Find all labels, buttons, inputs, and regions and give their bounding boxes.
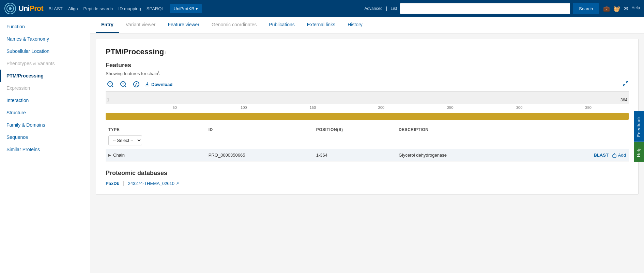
expand-icon (623, 81, 629, 87)
logo-icon (4, 2, 16, 15)
viz-toolbar: A Download (106, 80, 629, 88)
proteomics-title: Proteomic databases (106, 170, 629, 177)
download-button[interactable]: Download (144, 82, 172, 87)
ruler-marker: 300 (516, 105, 522, 110)
ruler-labels: 50100150200250300350 (106, 105, 629, 112)
svg-line-9 (125, 86, 126, 87)
type-filter-select[interactable]: -- Select -- (108, 135, 142, 145)
sidebar-item-names-taxonomy[interactable]: Names & Taxonomy (0, 33, 90, 45)
sidebar-item-phenotypes-variants: Phenotypes & Variants (0, 57, 90, 70)
row-positions-cell: 1-364 (313, 149, 396, 161)
download-icon (144, 82, 150, 87)
ruler-marker: 250 (447, 105, 453, 110)
briefcase-icon[interactable]: 💼 (603, 5, 610, 12)
zoom-in-icon (120, 81, 127, 88)
section-title: PTM/Processing i (106, 47, 629, 56)
row-type-cell: ▶ Chain (106, 149, 206, 161)
main-content: Entry Variant viewer Feature viewer Geno… (90, 17, 644, 273)
table-header-row: TYPE ID POSITION(S) DESCRIPTION (106, 125, 629, 134)
expand-button[interactable] (623, 81, 629, 88)
sidebar-item-function[interactable]: Function (0, 20, 90, 33)
logo-text: UniProt (18, 4, 43, 13)
svg-text:A: A (135, 83, 138, 86)
zoom-out-button[interactable] (106, 80, 115, 88)
reset-zoom-icon: A (133, 81, 140, 88)
tab-history[interactable]: History (342, 17, 368, 33)
mail-icon[interactable]: ✉ (624, 5, 628, 12)
row-add-button[interactable]: Add (612, 153, 626, 158)
features-heading: Features (106, 62, 629, 69)
row-toggle[interactable]: ▶ Chain (108, 153, 203, 158)
list-link[interactable]: List (390, 6, 397, 11)
tab-external-links[interactable]: External links (302, 17, 341, 33)
ruler-marker: 350 (585, 105, 592, 110)
filter-row: -- Select -- (106, 134, 629, 149)
col-id: ID (206, 125, 313, 134)
tab-genomic-coordinates[interactable]: Genomic coordinates (206, 17, 262, 33)
top-navigation: UniProt BLAST Align Peptide search ID ma… (0, 0, 644, 17)
features-subtitle: Showing features for chaini. (106, 70, 629, 76)
sidebar-item-subcellular-location[interactable]: Subcellular Location (0, 45, 90, 57)
ruler-area: 1 364 (106, 91, 629, 104)
sidebar-item-interaction[interactable]: Interaction (0, 94, 90, 106)
sidebar-item-ptm-processing[interactable]: PTM/Processing (0, 70, 90, 82)
sparql-link[interactable]: SPARQL (147, 6, 164, 11)
nav-links: BLAST Align Peptide search ID mapping SP… (48, 6, 164, 11)
tab-variant-viewer[interactable]: Variant viewer (120, 17, 161, 33)
row-actions-cell: BLAST Add (533, 149, 629, 161)
content-panel: PTM/Processing i Features Showing featur… (96, 39, 639, 195)
sidebar-item-structure[interactable]: Structure (0, 106, 90, 119)
svg-rect-14 (613, 155, 616, 157)
col-type: TYPE (106, 125, 206, 134)
page-layout: Function Names & Taxonomy Subcellular Lo… (0, 17, 644, 273)
ruler-marker: 50 (172, 105, 177, 110)
ruler-marker: 150 (310, 105, 316, 110)
sequence-bar (106, 113, 629, 120)
ruler-marker: 200 (378, 105, 384, 110)
nav-icons: 💼 🧺 ✉ Help (603, 5, 640, 12)
ruler-marker: 100 (241, 105, 247, 110)
advanced-link[interactable]: Advanced (364, 6, 382, 11)
paxdb-label: PaxDb (106, 181, 124, 186)
sidebar-item-family-domains[interactable]: Family & Domains (0, 119, 90, 131)
basket-add-icon (612, 153, 617, 158)
help-link[interactable]: Help (631, 5, 640, 12)
proteomics-row: PaxDb 243274-THEMA_02610 ↗ (106, 181, 629, 186)
blast-link[interactable]: BLAST (48, 6, 62, 11)
tab-publications[interactable]: Publications (263, 17, 300, 33)
peptide-search-link[interactable]: Peptide search (83, 6, 113, 11)
logo[interactable]: UniProt (4, 2, 43, 15)
db-selector[interactable]: UniProtKB ▾ (170, 4, 202, 13)
search-button[interactable]: Search (573, 3, 599, 14)
row-blast-link[interactable]: BLAST (594, 153, 609, 158)
zoom-out-icon (107, 81, 114, 88)
row-description-cell: Glycerol dehydrogenase (396, 149, 533, 161)
chevron-down-icon: ▾ (196, 6, 198, 11)
row-id-cell: PRO_0000350665 (206, 149, 313, 161)
sidebar-item-expression: Expression (0, 82, 90, 94)
col-description: DESCRIPTION (396, 125, 533, 134)
sidebar-item-similar-proteins[interactable]: Similar Proteins (0, 143, 90, 156)
reset-zoom-button[interactable]: A (132, 80, 141, 88)
chain-label: Chain (113, 153, 125, 158)
section-title-info-icon[interactable]: i (165, 51, 166, 55)
help-side-button[interactable]: Help (634, 142, 644, 162)
tabs-bar: Entry Variant viewer Feature viewer Geno… (90, 17, 644, 33)
features-table: TYPE ID POSITION(S) DESCRIPTION -- Selec… (106, 125, 629, 161)
id-mapping-link[interactable]: ID mapping (118, 6, 141, 11)
feedback-panel: Feedback Help (634, 111, 644, 161)
svg-point-2 (9, 7, 12, 10)
expand-row-icon: ▶ (108, 153, 111, 157)
table-row: ▶ Chain PRO_0000350665 1-364 Glycerol de… (106, 149, 629, 161)
search-input[interactable] (400, 3, 570, 14)
paxdb-link[interactable]: 243274-THEMA_02610 ↗ (128, 181, 179, 186)
align-link[interactable]: Align (68, 6, 78, 11)
feedback-button[interactable]: Feedback (634, 111, 644, 142)
zoom-in-button[interactable] (119, 80, 128, 88)
basket-icon[interactable]: 🧺 (613, 5, 620, 12)
tab-entry[interactable]: Entry (96, 17, 119, 33)
nav-extras: Advanced | List (364, 6, 397, 11)
sidebar-item-sequence[interactable]: Sequence (0, 131, 90, 143)
tab-feature-viewer[interactable]: Feature viewer (162, 17, 205, 33)
sidebar: Function Names & Taxonomy Subcellular Lo… (0, 17, 90, 273)
